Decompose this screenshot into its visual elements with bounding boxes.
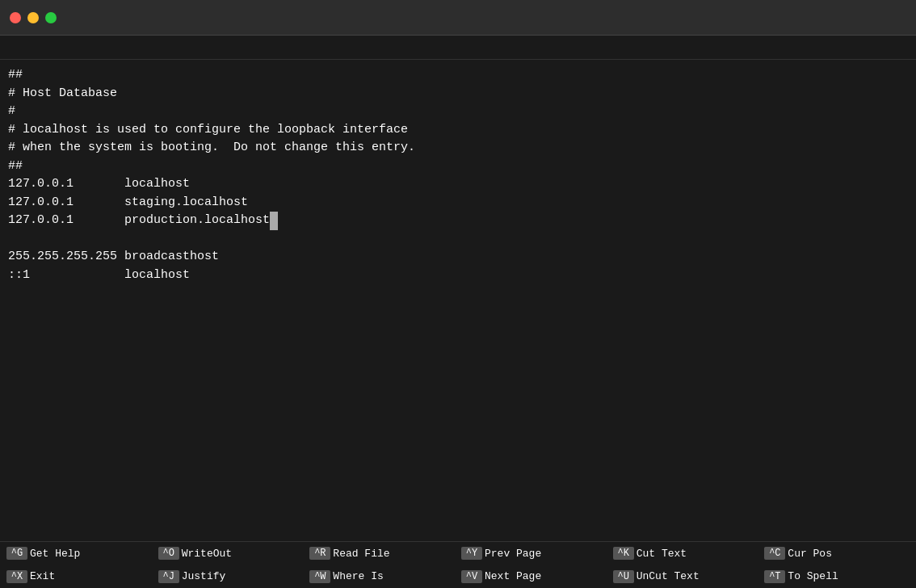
shortcut-key: ^R (309, 547, 330, 560)
shortcut-item[interactable]: ^JJustify (155, 570, 307, 583)
shortcut-key: ^O (158, 547, 179, 560)
shortcut-bar: ^GGet Help^OWriteOut^RRead File^YPrev Pa… (0, 541, 916, 588)
shortcut-label: Get Help (30, 548, 80, 560)
shortcut-label: UnCut Text (637, 570, 700, 582)
shortcut-item[interactable]: ^XExit (3, 570, 155, 583)
shortcut-item[interactable]: ^VNext Page (458, 570, 610, 583)
shortcut-label: Read File (333, 548, 389, 560)
shortcut-key: ^Y (461, 547, 482, 560)
shortcut-label: WriteOut (182, 548, 232, 560)
shortcut-key: ^K (613, 547, 634, 560)
close-button[interactable] (10, 12, 21, 23)
shortcut-label: Prev Page (485, 548, 541, 560)
shortcut-key: ^G (6, 547, 27, 560)
title-bar (0, 0, 916, 36)
editor-area[interactable]: ## # Host Database # # localhost is used… (0, 60, 916, 541)
status-bar-top (0, 36, 916, 60)
shortcut-item[interactable]: ^GGet Help (3, 547, 155, 560)
shortcut-key: ^J (158, 570, 179, 583)
shortcut-key: ^V (461, 570, 482, 583)
shortcut-label: Next Page (485, 570, 541, 582)
maximize-button[interactable] (45, 12, 57, 23)
shortcut-item[interactable]: ^UUnCut Text (610, 570, 762, 583)
shortcut-key: ^X (6, 570, 27, 583)
shortcut-label: Justify (182, 570, 226, 582)
shortcut-item[interactable]: ^OWriteOut (155, 547, 307, 560)
shortcut-label: Exit (30, 570, 55, 582)
shortcut-item[interactable]: ^RRead File (306, 547, 458, 560)
shortcut-key: ^C (764, 547, 785, 560)
shortcut-item[interactable]: ^YPrev Page (458, 547, 610, 560)
shortcut-key: ^W (309, 570, 330, 583)
shortcut-key: ^U (613, 570, 634, 583)
shortcut-item[interactable]: ^KCut Text (610, 547, 762, 560)
minimize-button[interactable] (27, 12, 39, 23)
shortcut-row-1: ^GGet Help^OWriteOut^RRead File^YPrev Pa… (0, 542, 916, 565)
cursor (270, 212, 278, 230)
shortcut-label: To Spell (788, 570, 838, 582)
shortcut-item[interactable]: ^WWhere Is (306, 570, 458, 583)
shortcut-row-2: ^XExit^JJustify^WWhere Is^VNext Page^UUn… (0, 565, 916, 589)
shortcut-label: Where Is (333, 570, 383, 582)
window-controls (10, 12, 57, 23)
shortcut-key: ^T (764, 570, 785, 583)
shortcut-item[interactable]: ^TTo Spell (761, 570, 913, 583)
shortcut-label: Cut Text (637, 548, 687, 560)
shortcut-item[interactable]: ^CCur Pos (761, 547, 913, 560)
shortcut-label: Cur Pos (788, 548, 832, 560)
